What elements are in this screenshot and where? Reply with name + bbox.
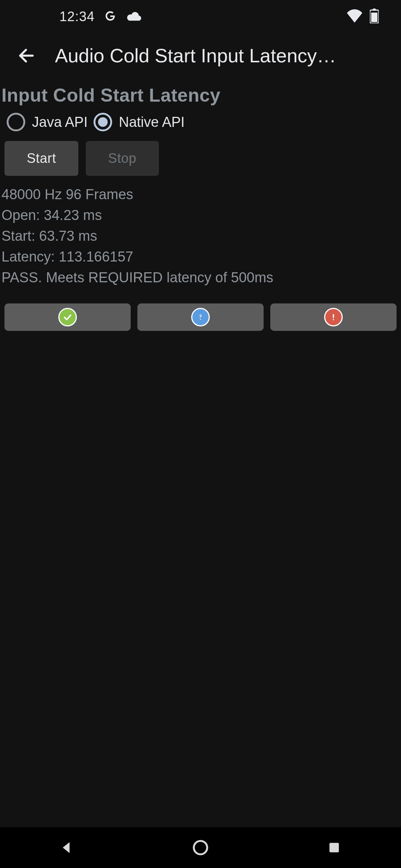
nav-home-button[interactable]	[186, 833, 215, 862]
nav-back-button[interactable]	[52, 833, 82, 862]
system-nav-bar	[0, 827, 401, 868]
api-radio-group: Java API Native API	[0, 108, 401, 136]
nav-recent-button[interactable]	[319, 833, 349, 862]
app-bar: Audio Cold Start Input Latency…	[0, 33, 401, 78]
fail-button[interactable]	[270, 303, 397, 331]
verdict-button-row	[0, 288, 401, 331]
radio-label-java: Java API	[32, 114, 88, 130]
readout-open: Open: 34.23 ms	[1, 205, 400, 226]
svg-rect-3	[333, 314, 334, 318]
svg-rect-2	[371, 13, 378, 22]
result-readout: 48000 Hz 96 Frames Open: 34.23 ms Start:…	[0, 179, 401, 288]
svg-point-5	[194, 841, 207, 854]
status-bar-left: 12:34	[59, 9, 142, 24]
readout-format: 48000 Hz 96 Frames	[1, 184, 400, 205]
readout-start: Start: 63.73 ms	[1, 226, 400, 246]
main-content: Input Cold Start Latency Java API Native…	[0, 78, 401, 331]
info-button[interactable]	[137, 303, 264, 331]
status-bar-right	[346, 9, 379, 25]
cloud-icon	[126, 9, 142, 24]
wifi-icon	[346, 9, 363, 24]
page-title: Audio Cold Start Input Latency…	[55, 45, 390, 67]
readout-pass: PASS. Meets REQUIRED latency of 500ms	[1, 267, 400, 288]
pass-button[interactable]	[4, 303, 131, 331]
radio-java-api[interactable]: Java API	[7, 113, 88, 131]
start-button[interactable]: Start	[4, 141, 78, 176]
svg-rect-1	[373, 9, 376, 11]
section-title: Input Cold Start Latency	[0, 78, 401, 108]
back-button[interactable]	[15, 45, 37, 67]
svg-rect-4	[333, 319, 334, 320]
battery-icon	[370, 9, 379, 25]
question-icon	[191, 308, 210, 326]
radio-checked-icon	[94, 113, 112, 131]
svg-rect-6	[329, 843, 339, 852]
check-icon	[58, 308, 77, 326]
radio-unchecked-icon	[7, 113, 25, 131]
radio-label-native: Native API	[119, 114, 185, 130]
status-bar: 12:34	[0, 0, 401, 33]
stop-button: Stop	[86, 141, 159, 176]
readout-latency: Latency: 113.166157	[1, 246, 400, 267]
status-time: 12:34	[59, 9, 95, 24]
radio-native-api[interactable]: Native API	[94, 113, 185, 131]
exclamation-icon	[324, 308, 343, 326]
start-stop-row: Start Stop	[0, 136, 401, 179]
g-icon	[104, 9, 117, 24]
